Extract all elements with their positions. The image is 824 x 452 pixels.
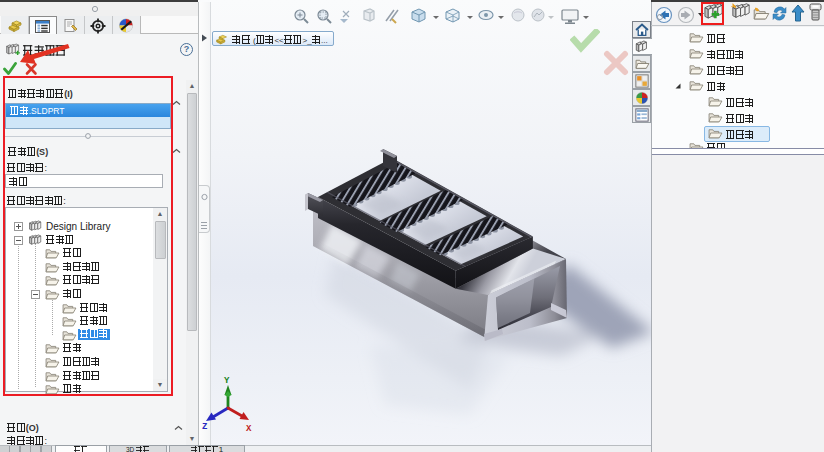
svg-text:Y: Y: [224, 376, 230, 386]
svg-text:X: X: [246, 424, 252, 434]
svg-text:Z: Z: [202, 422, 207, 432]
